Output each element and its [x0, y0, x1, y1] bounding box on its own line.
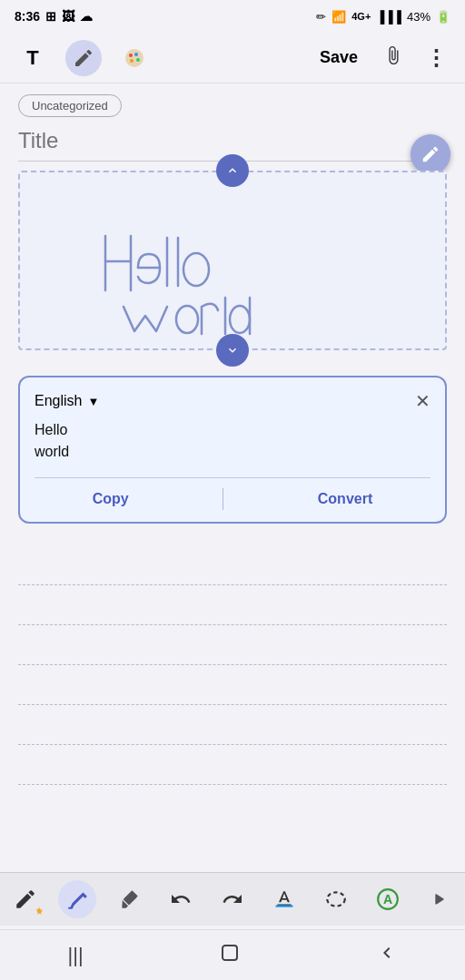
- battery-display: 43%: [407, 10, 430, 24]
- palette-tool-button[interactable]: [116, 40, 153, 76]
- cloud-icon: ☁: [80, 9, 93, 24]
- bars-icon: ▐▐▐: [376, 10, 401, 24]
- recognition-actions: Copy Convert: [35, 477, 430, 511]
- svg-text:A: A: [382, 892, 391, 906]
- svg-point-9: [327, 892, 345, 906]
- grid-icon: ⊞: [45, 9, 56, 24]
- recognition-header: English ▼ ✕: [35, 392, 430, 410]
- menu-nav-button[interactable]: |||: [49, 936, 101, 975]
- navigation-bar: |||: [0, 929, 465, 980]
- edit-pen-icon: ✏: [316, 10, 326, 24]
- handwriting-display: [29, 181, 436, 336]
- home-nav-button[interactable]: [201, 935, 259, 976]
- redo-button[interactable]: [213, 880, 252, 918]
- dotted-line-5: [18, 705, 447, 745]
- lasso-icon: [324, 887, 348, 911]
- undo-button[interactable]: [162, 880, 200, 918]
- actions-divider: [223, 488, 223, 510]
- fab-edit-button[interactable]: [411, 134, 450, 174]
- dotted-line-1: [18, 545, 447, 585]
- svg-rect-12: [223, 946, 237, 960]
- palette-icon: [124, 47, 145, 69]
- highlighter-tool-button[interactable]: [58, 880, 96, 918]
- convert-button[interactable]: Convert: [296, 487, 394, 511]
- dropdown-arrow-icon: ▼: [87, 395, 99, 408]
- text-tool-button[interactable]: T: [15, 40, 51, 76]
- handwriting-container: [18, 171, 447, 350]
- recognition-panel: English ▼ ✕ Hello world Copy Convert: [18, 376, 447, 524]
- battery-icon: 🔋: [436, 10, 450, 24]
- toolbar-left: T: [15, 40, 160, 76]
- svg-rect-8: [275, 906, 293, 907]
- svg-point-7: [230, 306, 250, 333]
- pencil-tool-button[interactable]: ★: [6, 880, 45, 918]
- category-tag[interactable]: Uncategorized: [18, 94, 122, 117]
- status-left: 8:36 ⊞ 🖼 ☁: [15, 9, 93, 24]
- wifi-icon: 📶: [331, 10, 346, 24]
- back-icon: [376, 942, 398, 964]
- attach-icon: [383, 45, 403, 65]
- svg-point-6: [176, 306, 198, 333]
- undo-icon: [170, 888, 192, 910]
- main-toolbar: T Save ⋮: [0, 33, 465, 83]
- eraser-icon: [117, 887, 141, 911]
- copy-button[interactable]: Copy: [71, 487, 151, 511]
- eraser-tool-button[interactable]: [110, 880, 148, 918]
- svg-point-2: [134, 53, 138, 56]
- svg-point-4: [130, 59, 134, 63]
- chevron-up-icon: [225, 163, 240, 178]
- pen-tool-button[interactable]: [65, 40, 102, 76]
- save-button[interactable]: Save: [312, 44, 365, 71]
- dotted-line-6: [18, 745, 447, 785]
- more-tools-icon: [429, 889, 449, 909]
- note-area: Uncategorized: [0, 83, 465, 545]
- spellcheck-button[interactable]: A: [369, 880, 407, 918]
- spellcheck-icon: A: [376, 887, 400, 911]
- pen-icon: [73, 47, 94, 69]
- dotted-lines-area: [0, 545, 465, 785]
- star-badge: ★: [35, 906, 44, 916]
- svg-point-5: [183, 253, 209, 286]
- dotted-line-3: [18, 625, 447, 665]
- recognized-text: Hello world: [35, 419, 430, 463]
- more-button[interactable]: ⋮: [421, 42, 450, 74]
- time-display: 8:36: [15, 9, 40, 24]
- back-nav-button[interactable]: [358, 935, 416, 976]
- redo-icon: [222, 888, 243, 910]
- dotted-line-4: [18, 665, 447, 705]
- svg-point-3: [136, 58, 140, 62]
- chevron-down-icon: [225, 343, 240, 358]
- signal-icon: 4G+: [351, 11, 371, 22]
- highlighter-icon: [65, 887, 89, 911]
- collapse-down-button[interactable]: [216, 334, 249, 367]
- close-recognition-button[interactable]: ✕: [415, 392, 430, 410]
- dotted-line-2: [18, 585, 447, 625]
- status-right: ✏ 📶 4G+ ▐▐▐ 43% 🔋: [316, 10, 450, 24]
- language-label: English: [35, 393, 82, 409]
- bottom-toolbar: ★ A: [0, 872, 465, 926]
- menu-icon: |||: [67, 944, 83, 966]
- svg-point-0: [125, 49, 143, 67]
- svg-point-1: [129, 54, 133, 57]
- home-icon: [219, 942, 241, 964]
- more-tools-button[interactable]: [420, 880, 458, 918]
- collapse-up-button[interactable]: [216, 154, 249, 187]
- text-insert-icon: [272, 887, 296, 911]
- language-selector[interactable]: English ▼: [35, 393, 99, 409]
- text-insert-button[interactable]: [265, 880, 303, 918]
- lasso-tool-button[interactable]: [317, 880, 355, 918]
- status-bar: 8:36 ⊞ 🖼 ☁ ✏ 📶 4G+ ▐▐▐ 43% 🔋: [0, 0, 465, 33]
- image-icon: 🖼: [62, 9, 74, 24]
- handwriting-box[interactable]: [18, 171, 447, 350]
- pencil-tool-icon: [14, 887, 37, 911]
- toolbar-center: Save ⋮: [160, 42, 450, 74]
- attach-button[interactable]: [380, 42, 407, 74]
- fab-edit-icon: [420, 144, 440, 164]
